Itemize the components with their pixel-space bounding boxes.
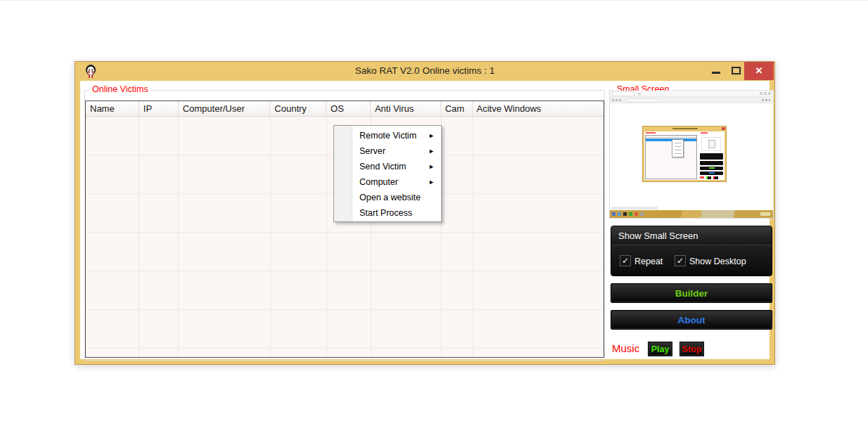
grid-line (178, 117, 179, 357)
window-title: Sako RAT V2.0 Online victims : 1 (75, 65, 774, 76)
small-screen-group: Small Screen (609, 90, 774, 219)
preview-mini-red-label (701, 132, 708, 134)
menu-item-send-victim[interactable]: Send Victim ► (334, 159, 441, 174)
preview-mini-table (645, 135, 697, 179)
preview-address-bar (625, 98, 658, 102)
preview-browser-tab (612, 91, 634, 96)
grid-line (326, 117, 327, 357)
maximize-button[interactable] (732, 67, 741, 75)
victim-context-menu: Remote Victim ► Server ► Send Victim ► C… (333, 125, 442, 222)
show-small-screen-button[interactable]: Show Small Screen (611, 226, 772, 245)
preview-mini-client (644, 131, 725, 180)
play-button[interactable]: Play (648, 342, 672, 356)
preview-window-controls (760, 92, 771, 95)
preview-nav-icons (612, 99, 622, 101)
preview-toolbar-icons (762, 99, 770, 101)
column-header-os[interactable]: OS (326, 101, 371, 116)
menu-item-remote-victim[interactable]: Remote Victim ► (334, 128, 441, 143)
column-header-computer-user[interactable]: Computer/User (179, 101, 271, 116)
submenu-arrow-icon: ► (428, 143, 435, 159)
preview-browser-tabstrip (610, 91, 773, 97)
preview-mini-context-menu (672, 139, 684, 157)
preview-mini-screen-box (701, 137, 721, 151)
builder-button[interactable]: Builder (611, 283, 772, 303)
show-desktop-label: Show Desktop (689, 257, 746, 266)
menu-item-computer[interactable]: Computer ► (334, 174, 441, 190)
preview-scrollbar (611, 207, 658, 209)
menu-item-server[interactable]: Server ► (334, 143, 441, 159)
menu-item-start-process[interactable]: Start Process (334, 205, 441, 221)
music-label: Music (612, 342, 639, 354)
title-bar[interactable]: Sako RAT V2.0 Online victims : 1 ✕ (75, 62, 774, 81)
show-desktop-checkbox[interactable]: ✓ (675, 255, 686, 266)
check-icon: ✓ (677, 256, 684, 266)
small-screen-preview (610, 91, 773, 218)
column-header-name[interactable]: Name (86, 101, 139, 116)
preview-taskbar-icon (640, 212, 644, 216)
online-victims-label: Online Victims (89, 84, 151, 94)
column-header-country[interactable]: Country (270, 101, 326, 116)
check-icon: ✓ (622, 256, 629, 266)
menu-item-open-website[interactable]: Open a website (334, 190, 441, 205)
preview-taskbar (610, 210, 773, 218)
preview-mini-close-icon (722, 127, 725, 130)
close-icon: ✕ (755, 65, 763, 76)
preview-mini-right-panel (700, 135, 723, 179)
submenu-arrow-icon: ► (428, 174, 435, 190)
checkbox-row: ✓ Repeat ✓ Show Desktop (611, 246, 772, 276)
preview-taskbar-icon (618, 212, 621, 216)
preview-mini-rat-window (642, 126, 727, 182)
grid-line (473, 117, 473, 357)
grid-line (139, 117, 139, 357)
preview-mini-table-header (646, 136, 696, 138)
preview-mini-red-label (646, 132, 656, 134)
preview-taskbar-icon (623, 212, 627, 216)
about-button[interactable]: About (611, 310, 772, 330)
screen-options-panel: Show Small Screen ✓ Repeat ✓ Show Deskto… (611, 226, 772, 276)
submenu-arrow-icon: ► (428, 159, 435, 174)
stop-button[interactable]: Stop (679, 342, 704, 356)
minimize-button[interactable] (712, 72, 720, 74)
preview-mini-selected-row (646, 138, 696, 141)
submenu-arrow-icon: ► (428, 128, 435, 143)
preview-newtab-icon (638, 93, 641, 96)
column-header-ip[interactable]: IP (139, 101, 179, 116)
preview-taskbar-icon (612, 212, 615, 216)
repeat-checkbox[interactable]: ✓ (620, 255, 631, 266)
close-button[interactable]: ✕ (744, 62, 774, 80)
column-header-antivirus[interactable]: Anti Virus (371, 101, 441, 116)
table-header: Name IP Computer/User Country OS Anti Vi… (86, 101, 604, 117)
preview-taskbar-icon (634, 212, 638, 216)
preview-mini-title (672, 128, 698, 129)
column-header-cam[interactable]: Cam (441, 101, 473, 116)
preview-browser-toolbar (610, 97, 773, 103)
grid-line (270, 117, 271, 357)
preview-taskbar-icon (629, 212, 632, 216)
repeat-label: Repeat (634, 257, 663, 266)
preview-tray-clock (760, 212, 770, 216)
column-header-active-windows[interactable]: Acitve Windows (473, 101, 604, 116)
